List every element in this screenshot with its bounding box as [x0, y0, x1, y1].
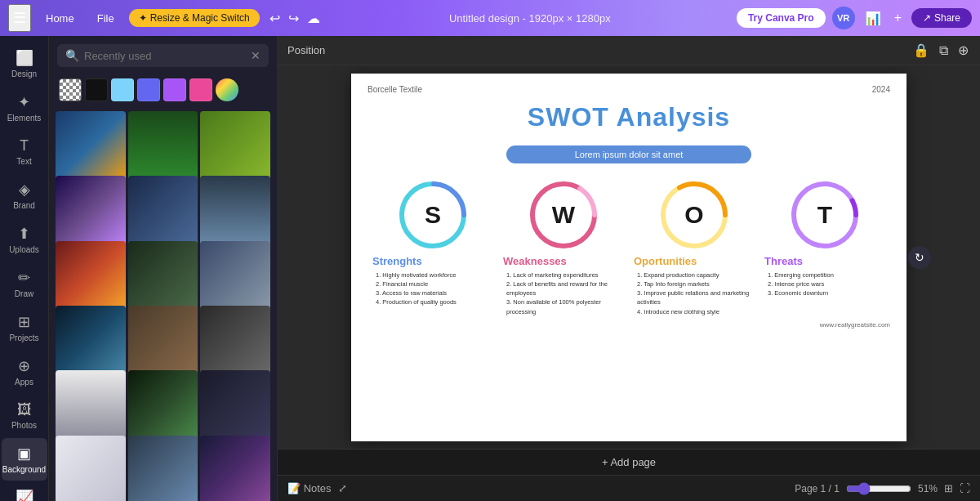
- list-item[interactable]: [200, 436, 270, 501]
- layers-icon[interactable]: ⧉: [938, 42, 950, 60]
- sidebar-item-text[interactable]: T Text: [2, 131, 47, 172]
- position-label: Position: [287, 44, 325, 56]
- opportunities-title: Oportunities: [634, 255, 755, 267]
- color-swatch-indigo[interactable]: [137, 78, 160, 101]
- list-item[interactable]: [56, 306, 126, 376]
- photos-icon: 🖼: [17, 401, 32, 418]
- list-item[interactable]: [56, 241, 126, 311]
- redo-button[interactable]: ↪: [285, 7, 302, 29]
- brand-name: Borcelle Textile: [368, 85, 422, 94]
- sidebar-item-photos[interactable]: 🖼 Photos: [2, 395, 47, 436]
- swot-w-ring: W: [527, 178, 600, 252]
- home-button[interactable]: Home: [38, 9, 82, 28]
- color-swatch-pink[interactable]: [189, 78, 212, 101]
- sidebar-item-design[interactable]: ⬜ Design: [2, 42, 47, 85]
- list-item[interactable]: [200, 306, 270, 376]
- left-sidebar: ⬜ Design ✦ Elements T Text ◈ Brand ⬆ Upl…: [0, 36, 49, 501]
- share-button[interactable]: ↗ Share: [911, 8, 972, 28]
- swot-t-ring: T: [788, 178, 862, 252]
- list-item[interactable]: [128, 370, 198, 441]
- sidebar-item-apps[interactable]: ⊕ Apps: [2, 351, 47, 393]
- sidebar-item-background[interactable]: ▣ Background: [2, 438, 47, 481]
- magic-icon: ✦: [139, 12, 147, 24]
- list-item[interactable]: [200, 111, 270, 181]
- list-item[interactable]: [128, 436, 198, 501]
- sidebar-item-uploads[interactable]: ⬆ Uploads: [2, 218, 47, 261]
- design-canvas[interactable]: Borcelle Textile 2024 SWOT Analysis Lore…: [351, 74, 906, 441]
- swot-title: SWOT Analysis: [351, 102, 906, 132]
- swot-s-circle: S: [368, 178, 498, 252]
- magic-switch-button[interactable]: ✦ Resize & Magic Switch: [129, 9, 260, 27]
- document-title: Untitled design - 1920px × 1280px: [449, 12, 611, 25]
- sidebar-item-charts[interactable]: 📈 Charts: [2, 482, 47, 501]
- swot-weaknesses-col: Weaknesses 1. Lack of marketing expendit…: [503, 255, 624, 316]
- rotate-canvas-button[interactable]: ↻: [908, 246, 931, 269]
- uploads-icon: ⬆: [18, 225, 30, 243]
- elements-icon: ✦: [18, 93, 30, 111]
- list-item[interactable]: [200, 176, 270, 246]
- sidebar-item-projects[interactable]: ⊞ Projects: [2, 306, 47, 349]
- weaknesses-title: Weaknesses: [503, 255, 624, 267]
- canvas-header: Borcelle Textile 2024: [351, 74, 906, 99]
- list-item[interactable]: [56, 370, 126, 441]
- clear-search-button[interactable]: ✕: [251, 49, 261, 62]
- analytics-icon[interactable]: 📊: [862, 7, 884, 29]
- swot-s-letter: S: [425, 201, 441, 229]
- swot-subtitle: Lorem ipsum dolor sit amet: [506, 145, 751, 163]
- threats-title: Threats: [764, 255, 885, 267]
- list-item[interactable]: [128, 306, 198, 376]
- undo-button[interactable]: ↩: [266, 7, 283, 29]
- add-element-icon[interactable]: ⊕: [956, 41, 970, 60]
- swot-s-ring: S: [396, 178, 470, 252]
- file-button[interactable]: File: [89, 9, 122, 28]
- notes-toggle[interactable]: 📝 Notes: [287, 482, 332, 494]
- more-colors-swatch[interactable]: [216, 78, 238, 101]
- page-info: Page 1 / 1: [795, 483, 840, 494]
- list-item[interactable]: [56, 176, 126, 246]
- threats-list: 1. Emerging competition 2. Intense price…: [764, 271, 885, 298]
- strengths-title: Strenghts: [372, 255, 493, 267]
- grid-view-icon[interactable]: ⊞: [944, 482, 953, 494]
- draw-icon: ✏: [18, 269, 30, 287]
- cloud-save-icon[interactable]: ☁: [304, 7, 323, 29]
- brand-icon: ◈: [19, 181, 30, 199]
- try-pro-button[interactable]: Try Canva Pro: [737, 8, 826, 28]
- add-page-bar[interactable]: + Add page: [278, 449, 980, 475]
- search-input[interactable]: [84, 50, 246, 62]
- color-swatch-blue[interactable]: [111, 78, 134, 101]
- fullscreen-icon[interactable]: ⛶: [960, 482, 970, 494]
- list-item[interactable]: [128, 176, 198, 246]
- text-icon: T: [20, 137, 29, 154]
- list-item[interactable]: [128, 241, 198, 311]
- color-swatch-black[interactable]: [85, 78, 108, 101]
- avatar[interactable]: VR: [832, 7, 855, 29]
- color-swatch-purple[interactable]: [163, 78, 186, 101]
- swot-w-letter: W: [552, 201, 575, 229]
- transparent-swatch[interactable]: [59, 78, 82, 101]
- zoom-slider[interactable]: [846, 482, 911, 495]
- lock-icon[interactable]: 🔒: [911, 41, 931, 60]
- background-icon: ▣: [17, 445, 31, 463]
- sidebar-item-brand[interactable]: ◈ Brand: [2, 174, 47, 217]
- list-item[interactable]: [56, 111, 126, 181]
- projects-icon: ⊞: [18, 313, 30, 331]
- list-item[interactable]: [128, 111, 198, 181]
- canvas-area: Position 🔒 ⧉ ⊕ Borcelle Textile 2024 SWO…: [278, 36, 980, 501]
- swot-o-ring: O: [657, 178, 731, 252]
- zoom-value: 51%: [918, 483, 938, 494]
- list-item[interactable]: [56, 436, 126, 501]
- panel-search-bar: 🔍 ✕: [57, 44, 269, 67]
- swot-t-letter: T: [817, 201, 832, 229]
- menu-icon[interactable]: ☰: [8, 4, 31, 32]
- panel: 🔍 ✕: [49, 36, 278, 501]
- sidebar-item-draw[interactable]: ✏ Draw: [2, 262, 47, 305]
- swot-t-circle: T: [760, 178, 890, 252]
- sidebar-item-elements[interactable]: ✦ Elements: [2, 87, 47, 129]
- canvas-scroll[interactable]: Borcelle Textile 2024 SWOT Analysis Lore…: [278, 65, 980, 449]
- expand-icon[interactable]: ⤢: [338, 482, 347, 494]
- add-user-icon[interactable]: +: [891, 7, 905, 29]
- swot-o-circle: O: [629, 178, 760, 252]
- search-icon: 🔍: [65, 49, 79, 62]
- list-item[interactable]: [200, 370, 270, 441]
- list-item[interactable]: [200, 241, 270, 311]
